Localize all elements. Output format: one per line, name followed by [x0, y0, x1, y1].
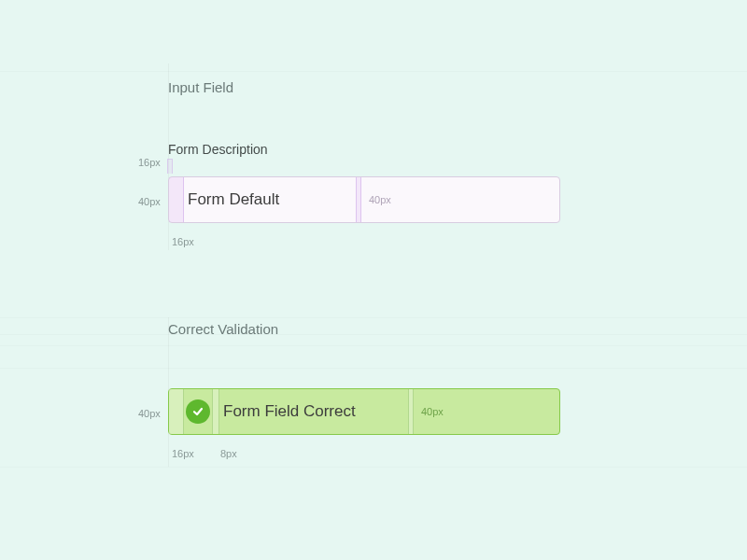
- spacing-guide: [167, 159, 173, 174]
- guide-line: [0, 467, 747, 468]
- form-description-label: Form Description: [168, 142, 268, 157]
- gap-marker: [212, 389, 219, 434]
- spec-16px-bottom-validation: 16px: [172, 448, 194, 459]
- section-title-input-field: Input Field: [168, 79, 233, 95]
- spec-40px-inner: 40px: [369, 194, 391, 205]
- guide-line: [0, 345, 747, 346]
- spec-16px-top: 16px: [138, 157, 161, 168]
- spec-16px-bottom: 16px: [172, 236, 194, 247]
- spec-40px-inner-validation: 40px: [421, 406, 444, 417]
- guide-line: [0, 317, 747, 318]
- guide-line: [0, 368, 747, 369]
- padding-marker-left: [169, 389, 184, 434]
- section-title-correct-validation: Correct Validation: [168, 321, 278, 337]
- spec-40px-left-validation: 40px: [138, 408, 161, 419]
- padding-marker-left: [169, 177, 184, 222]
- input-field-default[interactable]: Form Default 40px: [168, 176, 560, 223]
- guide-line: [0, 71, 747, 72]
- height-marker: [356, 177, 361, 222]
- spec-40px-left: 40px: [138, 196, 161, 207]
- input-field-correct[interactable]: Form Field Correct 40px: [168, 388, 560, 435]
- input-field-text: Form Default: [188, 190, 279, 209]
- height-marker: [408, 389, 414, 434]
- guide-line: [0, 334, 747, 335]
- spec-8px-bottom-validation: 8px: [220, 448, 237, 459]
- checkmark-icon: [186, 399, 210, 424]
- input-field-correct-text: Form Field Correct: [223, 402, 356, 421]
